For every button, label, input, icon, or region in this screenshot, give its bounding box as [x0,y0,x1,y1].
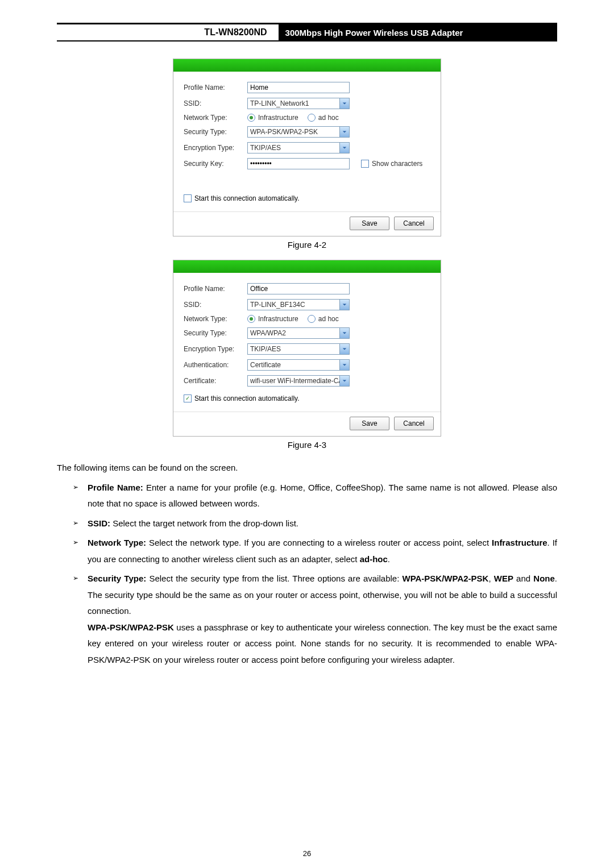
input-security-key[interactable] [247,158,350,169]
header-title: 300Mbps High Power Wireless USB Adapter [279,24,557,40]
select-security-type-value: WPA/WPA2 [248,328,339,338]
select-encryption-type[interactable]: TKIP/AES [247,142,350,153]
select-security-type[interactable]: WPA/WPA2 [247,327,350,339]
label-certificate: Certificate: [184,377,247,385]
dialog-title-bar [173,59,441,72]
select-encryption-type[interactable]: TKIP/AES [247,343,350,355]
bullet-text: and [513,574,533,583]
bullet-text: Select the network type. If you are conn… [146,538,492,547]
doc-header: TL-WN8200ND 300Mbps High Power Wireless … [57,23,557,41]
select-security-type[interactable]: WPA-PSK/WPA2-PSK [247,126,350,138]
label-ssid: SSID: [184,301,247,309]
list-item: Network Type: Select the network type. I… [73,535,557,567]
select-security-type-value: WPA-PSK/WPA2-PSK [248,127,339,137]
list-item: SSID: Select the target network from the… [73,516,557,532]
list-item: Security Type: Select the security type … [73,571,557,668]
radio-infrastructure[interactable]: Infrastructure [247,114,298,122]
figure-caption-2: Figure 4-3 [57,440,557,450]
bullet-text: , [488,574,493,583]
label-ssid: SSID: [184,99,247,107]
chevron-down-icon [339,360,349,370]
bullet-bold: Infrastructure [492,538,547,547]
label-security-type: Security Type: [184,329,247,337]
label-encryption-type: Encryption Type: [184,345,247,353]
checkbox-auto-start-label: Start this connection automatically. [194,394,300,402]
radio-adhoc[interactable]: ad hoc [308,114,339,122]
cancel-button[interactable]: Cancel [394,417,434,430]
checkbox-icon [184,394,192,402]
radio-dot-icon [247,114,255,122]
bullet-term: SSID: [88,518,110,528]
select-ssid[interactable]: TP-LINK_BF134C [247,299,350,310]
label-profile-name: Profile Name: [184,84,247,92]
label-authentication: Authentication: [184,361,247,369]
bullet-text: Select the target network from the drop-… [110,518,298,528]
select-authentication[interactable]: Certificate [247,359,350,371]
profile-dialog-1: Profile Name: SSID: TP-LINK_Network1 Net… [173,59,441,236]
save-button[interactable]: Save [350,417,389,430]
radio-dot-icon [308,114,316,122]
radio-infrastructure-label: Infrastructure [258,114,298,122]
page-number: 26 [0,849,614,858]
bullet-text: Select the security type from the list. … [146,574,402,583]
checkbox-icon [361,160,369,168]
select-certificate[interactable]: wifi-user WiFi-Intermediate-CA-: [247,375,350,387]
select-ssid-value: TP-LINK_BF134C [248,300,339,310]
checkbox-auto-start[interactable]: Start this connection automatically. [184,194,300,202]
radio-infrastructure[interactable]: Infrastructure [247,315,298,323]
chevron-down-icon [339,328,349,338]
label-profile-name: Profile Name: [184,285,247,293]
bullet-bold: ad-hoc [360,554,388,564]
save-button[interactable]: Save [350,217,389,230]
chevron-down-icon [339,143,349,153]
chevron-down-icon [339,344,349,354]
chevron-down-icon [339,300,349,310]
input-profile-name[interactable] [247,82,350,93]
dialog-title-bar [173,260,441,273]
chevron-down-icon [339,98,349,109]
select-encryption-type-value: TKIP/AES [248,143,339,153]
checkbox-show-characters[interactable]: Show characters [361,160,422,168]
label-security-key: Security Key: [184,160,247,168]
select-encryption-type-value: TKIP/AES [248,344,339,354]
profile-dialog-2: Profile Name: SSID: TP-LINK_BF134C Netwo… [173,260,441,437]
figure-caption-1: Figure 4-2 [57,240,557,250]
checkbox-auto-start[interactable]: Start this connection automatically. [184,394,300,402]
label-network-type: Network Type: [184,114,247,122]
select-ssid[interactable]: TP-LINK_Network1 [247,98,350,109]
checkbox-auto-start-label: Start this connection automatically. [194,194,300,202]
input-profile-name[interactable] [247,283,350,294]
radio-infrastructure-label: Infrastructure [258,315,298,323]
radio-dot-icon [247,315,255,323]
bullet-bold: WEP [494,574,513,583]
checkbox-show-characters-label: Show characters [372,160,422,168]
chevron-down-icon [339,127,349,137]
radio-dot-icon [308,315,316,323]
radio-adhoc[interactable]: ad hoc [308,315,339,323]
bullet-text: . [388,554,390,564]
list-item: Profile Name: Enter a name for your prof… [73,480,557,512]
bullet-term: Network Type: [88,538,146,547]
select-authentication-value: Certificate [248,360,339,370]
cancel-button[interactable]: Cancel [394,217,434,230]
checkbox-icon [184,194,192,202]
chevron-down-icon [339,376,349,386]
label-security-type: Security Type: [184,128,247,136]
bullet-term: Profile Name: [88,483,143,492]
select-certificate-value: wifi-user WiFi-Intermediate-CA-: [248,376,339,386]
bullet-bold: WPA-PSK/WPA2-PSK [88,622,174,632]
bullet-text: Enter a name for your profile (e.g. Home… [88,483,557,509]
header-model: TL-WN8200ND [57,24,279,40]
select-ssid-value: TP-LINK_Network1 [248,98,339,109]
bullet-bold: None [533,574,555,583]
label-network-type: Network Type: [184,315,247,323]
intro-text: The following items can be found on the … [57,460,557,476]
radio-adhoc-label: ad hoc [318,114,339,122]
bullet-term: Security Type: [88,574,146,583]
radio-adhoc-label: ad hoc [318,315,339,323]
bullet-bold: WPA-PSK/WPA2-PSK [402,574,488,583]
label-encryption-type: Encryption Type: [184,144,247,152]
